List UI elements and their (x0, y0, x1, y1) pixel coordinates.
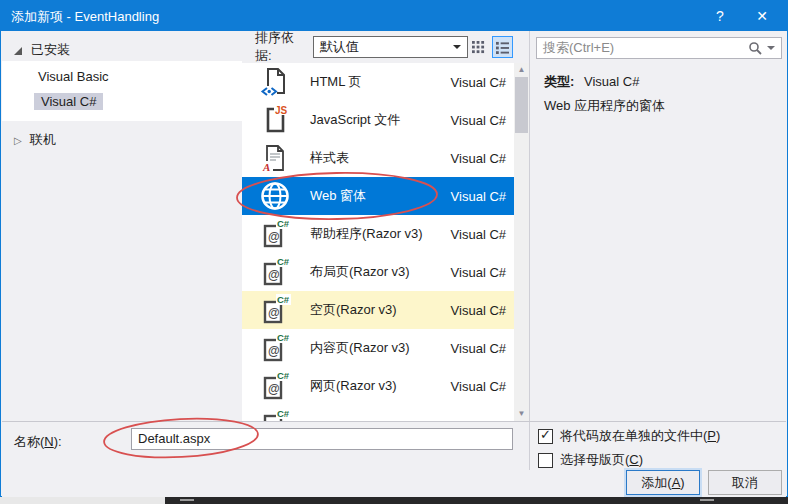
tree-item-visual-csharp[interactable]: Visual C# (34, 93, 103, 110)
search-input[interactable]: 搜索(Ctrl+E) (536, 37, 782, 59)
template-item-language: Visual C# (451, 265, 506, 280)
razor-page-icon: @C# (258, 293, 292, 327)
template-pane: 排序依据: 默认值 (242, 31, 529, 421)
scrollbar-up-icon[interactable]: ▲ (514, 63, 529, 77)
name-label: 名称(N): (14, 433, 62, 451)
main-area: 已安装 Visual Basic Visual C# ▷ 联机 排序依据: 默认… (2, 31, 786, 421)
template-item-language: Visual C# (451, 75, 506, 90)
template-item[interactable]: @C#空页(Razor v3)Visual C# (242, 291, 514, 329)
javascript-file-icon: JS (258, 103, 292, 137)
sort-toolbar: 排序依据: 默认值 (242, 31, 529, 63)
template-item-language: Visual C# (451, 379, 506, 394)
svg-text:@: @ (268, 306, 280, 320)
svg-text:@: @ (268, 230, 280, 244)
web-form-icon (258, 179, 292, 213)
tree-node-online[interactable]: ▷ 联机 (14, 131, 56, 149)
template-item[interactable]: @C#帮助程序(Razor v3)Visual C# (242, 215, 514, 253)
dialog-title: 添加新项 - EventHandling (11, 8, 159, 26)
checkbox-separate-code-file[interactable]: 将代码放在单独的文件中(P) (538, 427, 720, 445)
tree-children-panel: Visual Basic Visual C# (2, 61, 242, 121)
type-row: 类型: Visual C# (544, 73, 639, 91)
svg-text:A: A (262, 161, 270, 173)
svg-text:C#: C# (277, 408, 290, 419)
list-view-button[interactable] (492, 36, 513, 58)
template-description: Web 应用程序的窗体 (544, 97, 665, 115)
template-item[interactable]: A样式表Visual C# (242, 139, 514, 177)
search-placeholder: 搜索(Ctrl+E) (543, 39, 748, 57)
razor-page-icon: @C# (258, 331, 292, 365)
template-item-label: 布局页(Razor v3) (310, 263, 410, 281)
stylesheet-icon: A (258, 141, 292, 175)
template-item-label: Web 窗体 (310, 187, 366, 205)
background-window-edge (0, 497, 788, 504)
scrollbar-down-icon[interactable]: ▼ (514, 407, 529, 421)
svg-text:@: @ (268, 382, 280, 396)
svg-text:@: @ (268, 344, 280, 358)
expanded-triangle-icon (14, 47, 22, 55)
titlebar[interactable]: 添加新项 - EventHandling ? ✕ (1, 1, 787, 31)
tree-node-installed[interactable]: 已安装 (14, 41, 70, 59)
template-item[interactable]: JSJavaScript 文件Visual C# (242, 101, 514, 139)
razor-page-icon: @C# (258, 255, 292, 289)
sort-dropdown[interactable]: 默认值 (313, 36, 468, 58)
small-icons-view-button[interactable] (468, 36, 489, 58)
sort-by-label: 排序依据: (255, 29, 307, 65)
add-button[interactable]: 添加(A) (626, 470, 700, 495)
bottom-bar: 名称(N): Default.aspx 将代码放在单独的文件中(P) 选择母版页… (2, 421, 786, 497)
template-list: HTML 页Visual C#JSJavaScript 文件Visual C#A… (242, 63, 514, 421)
template-item[interactable]: @C# (242, 405, 514, 421)
add-new-item-dialog: 添加新项 - EventHandling ? ✕ 已安装 Visual Basi… (0, 0, 788, 497)
background-window-dark-area (165, 497, 788, 504)
razor-page-icon: @C# (258, 369, 292, 403)
scrollbar[interactable]: ▲ ▼ (514, 63, 529, 421)
template-item-language: Visual C# (451, 113, 506, 128)
options-column: 将代码放在单独的文件中(P) 选择母版页(C) (529, 422, 787, 470)
checkbox-label: 将代码放在单独的文件中(P) (560, 427, 720, 445)
name-input[interactable]: Default.aspx (131, 428, 513, 450)
close-button[interactable]: ✕ (749, 5, 775, 27)
tree-node-online-label: 联机 (30, 131, 56, 149)
template-item-label: 空页(Razor v3) (310, 301, 397, 319)
template-item-label: JavaScript 文件 (310, 111, 400, 129)
template-item-language: Visual C# (451, 227, 506, 242)
tree-node-installed-label: 已安装 (31, 41, 70, 59)
type-label: 类型: (544, 74, 574, 89)
svg-text:C#: C# (277, 370, 290, 381)
template-item-language: Visual C# (451, 303, 506, 318)
checkbox-icon[interactable] (538, 453, 553, 468)
cancel-button[interactable]: 取消 (708, 470, 782, 495)
template-item-language: Visual C# (451, 189, 506, 204)
collapsed-triangle-icon: ▷ (14, 135, 22, 146)
tree-item-visual-basic[interactable]: Visual Basic (38, 69, 109, 84)
checkbox-icon[interactable] (538, 429, 553, 444)
template-item[interactable]: HTML 页Visual C# (242, 63, 514, 101)
template-item-label: 帮助程序(Razor v3) (310, 225, 423, 243)
template-item-language: Visual C# (451, 151, 506, 166)
background-artifact (180, 499, 194, 501)
scrollbar-thumb[interactable] (515, 77, 528, 133)
checkbox-select-master-page[interactable]: 选择母版页(C) (538, 451, 643, 469)
template-item[interactable]: @C#网页(Razor v3)Visual C# (242, 367, 514, 405)
help-button[interactable]: ? (709, 5, 731, 27)
template-item-label: 内容页(Razor v3) (310, 339, 410, 357)
template-item-label: HTML 页 (310, 73, 362, 91)
template-item[interactable]: @C#布局页(Razor v3)Visual C# (242, 253, 514, 291)
chevron-down-icon (453, 45, 461, 49)
search-dropdown-icon[interactable] (767, 46, 775, 50)
svg-text:C#: C# (277, 332, 290, 343)
screenshot-root: 添加新项 - EventHandling ? ✕ 已安装 Visual Basi… (0, 0, 788, 504)
details-pane: 搜索(Ctrl+E) 类型: Visual C# Web 应用程序的窗体 (529, 31, 787, 421)
svg-text:@: @ (268, 268, 280, 282)
background-artifact (700, 499, 714, 501)
type-value: Visual C# (584, 74, 639, 89)
template-item[interactable]: @C#内容页(Razor v3)Visual C# (242, 329, 514, 367)
checkbox-label: 选择母版页(C) (560, 451, 643, 469)
search-icon (748, 41, 762, 55)
svg-text:C#: C# (277, 218, 290, 229)
template-item-label: 网页(Razor v3) (310, 377, 397, 395)
razor-page-icon: @C# (258, 407, 292, 421)
list-view-icon (496, 41, 509, 54)
template-item[interactable]: Web 窗体Visual C# (242, 177, 514, 215)
template-item-label: 样式表 (310, 149, 349, 167)
template-item-language: Visual C# (451, 341, 506, 356)
